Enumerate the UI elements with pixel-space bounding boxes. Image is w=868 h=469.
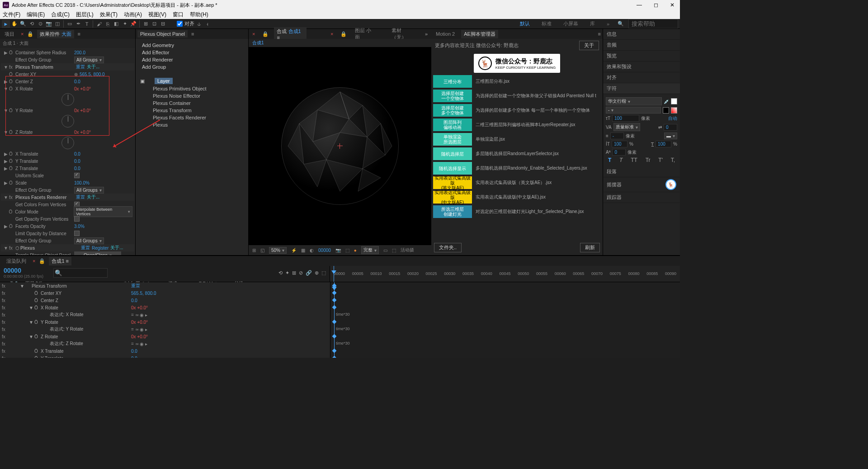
tl-icon-2[interactable]: ✦ <box>285 270 289 276</box>
tl-icon-4[interactable]: ⊘ <box>299 270 303 276</box>
menu-file[interactable]: 文件(F) <box>3 11 20 19</box>
menu-layer[interactable]: 图层(L) <box>76 11 94 19</box>
local-axis-icon[interactable]: ⊞ <box>142 20 150 28</box>
expression-text[interactable]: time*30 <box>336 327 350 331</box>
fx-plexus[interactable]: Plexus <box>20 246 79 251</box>
script-button[interactable]: 实用表达式集高级版(中文版AE) <box>433 191 472 204</box>
close-button[interactable]: ✕ <box>667 1 677 9</box>
selection-tool[interactable]: ► <box>2 20 10 28</box>
timeline-track-row[interactable]: fxÖX Translate0.0 <box>0 347 330 355</box>
checkbox-limit-opacity[interactable] <box>74 231 80 236</box>
add-renderer[interactable]: Add Renderer <box>140 56 244 63</box>
menu-view[interactable]: 视图(V) <box>148 11 166 19</box>
about-link[interactable]: 关于... <box>87 64 99 70</box>
checkbox-get-opacity[interactable] <box>74 216 80 222</box>
view-icon[interactable]: ▭ <box>383 248 387 253</box>
val-x-translate[interactable]: 0.0 <box>74 152 80 156</box>
val-facets-opacity[interactable]: 3.0% <box>74 224 85 229</box>
workspace-small[interactable]: 小屏幕 <box>560 19 582 28</box>
small-caps[interactable]: Tr <box>646 157 651 163</box>
workspace-default[interactable]: 默认 <box>516 19 533 28</box>
menu-comp[interactable]: 合成(C) <box>51 11 70 19</box>
tab-project[interactable]: 项目 <box>2 30 17 38</box>
rotate-tool[interactable]: ⊙ <box>36 20 44 28</box>
dial-z-rotate[interactable] <box>61 137 74 149</box>
keyframe-icon[interactable] <box>332 305 337 310</box>
tree-item[interactable]: Plexus Container <box>137 99 247 107</box>
panel-paragraph[interactable]: 段落 <box>603 166 680 177</box>
val-z-translate[interactable]: 0.0 <box>74 166 80 171</box>
snap-opt1-icon[interactable]: ⫝ <box>195 20 203 28</box>
comp-sub-tab[interactable]: 合成1 <box>252 40 264 46</box>
keyframe-icon[interactable] <box>332 320 337 324</box>
fast-preview-icon[interactable]: ⚡ <box>291 248 297 253</box>
menu-effect[interactable]: 效果(T) <box>100 11 118 19</box>
tree-root[interactable]: ▣Layer <box>137 77 247 85</box>
tl-icon-1[interactable]: ⟲ <box>278 270 283 276</box>
timeline-track-row[interactable]: fxÖCenter XY565.5, 800.0 <box>0 289 330 297</box>
lock-icon[interactable]: 🔒 <box>262 31 269 37</box>
timeline-track-row[interactable]: fx表达式: Y Rotate= ≃ ◉ ▸ <box>0 326 330 333</box>
maximize-button[interactable]: ◻ <box>651 1 661 9</box>
add-effector[interactable]: Add Effector <box>140 49 244 56</box>
about-link2[interactable]: 关于... <box>87 194 99 200</box>
tl-icon-3[interactable]: ⊞ <box>292 270 296 276</box>
button-open-close[interactable]: Open/Close <box>74 251 121 256</box>
snapshot-icon[interactable]: 📷 <box>335 248 341 253</box>
panel-wiggler[interactable]: 摇摆器🦌 <box>603 177 680 192</box>
camera-dropdown[interactable]: 活动摄 <box>401 247 414 253</box>
baseline-input[interactable]: 0 <box>612 149 626 156</box>
tab-effect-controls[interactable]: 效果控件 大面 <box>37 30 74 38</box>
close-icon[interactable]: × <box>33 258 35 264</box>
panel-preview[interactable]: 预览 <box>603 51 680 62</box>
tree-item[interactable]: Plexus <box>137 121 247 128</box>
folder-button[interactable]: 文件夹.. <box>434 243 462 252</box>
keyframe-icon[interactable] <box>332 349 337 353</box>
menu-animation[interactable]: 动画(A) <box>124 11 142 19</box>
kerning-dropdown[interactable]: 质量标准 <box>613 123 640 131</box>
script-button[interactable]: 图层阵列偏移动画 <box>433 118 472 131</box>
lock-icon[interactable]: 🔒 <box>340 31 347 37</box>
close-icon[interactable]: × <box>252 31 255 37</box>
script-button[interactable]: 三维分布 <box>433 75 472 88</box>
text-tool[interactable]: T <box>83 20 91 28</box>
search-help-input[interactable] <box>628 19 678 28</box>
panel-character[interactable]: 字符 <box>603 83 680 94</box>
eyedropper-icon[interactable]: 💉 <box>664 99 669 104</box>
val-container-radius[interactable]: 200.0 <box>74 50 85 55</box>
script-button[interactable]: 选择层创建多个空物体 <box>433 104 472 117</box>
rect-tool[interactable]: ▭ <box>66 20 74 28</box>
tl-icon-7[interactable]: ⬚ <box>321 270 326 276</box>
world-axis-icon[interactable]: ⊡ <box>150 20 158 28</box>
refresh-button[interactable]: 刷新 <box>580 243 600 252</box>
roto-tool[interactable]: ✦ <box>121 20 129 28</box>
hscale-input[interactable]: 100 <box>656 141 671 147</box>
script-button[interactable]: 随机选择层 <box>433 147 472 160</box>
collapse-icon[interactable]: ▣ <box>140 78 145 84</box>
script-button[interactable]: 实用表达式集高级版(英文版AE) <box>433 176 472 189</box>
color-icon[interactable]: ● <box>354 248 357 253</box>
current-timecode[interactable]: 00000 <box>4 267 46 274</box>
pen-tool[interactable]: ✒ <box>74 20 82 28</box>
dial-x-rotate[interactable] <box>61 93 74 106</box>
timeline-search-input[interactable] <box>53 268 108 278</box>
val-x-rotate[interactable]: 0x +0.0° <box>74 86 91 91</box>
font-size-input[interactable]: 100 <box>612 115 639 122</box>
script-button[interactable]: 单独渲染所选图层 <box>433 133 472 146</box>
view-axis-icon[interactable]: ⊟ <box>159 20 167 28</box>
all-caps[interactable]: TT <box>631 157 637 163</box>
dropdown-all-groups2[interactable]: All Groups <box>74 187 104 194</box>
font-style-dropdown[interactable]: - <box>606 107 661 114</box>
tree-item[interactable]: Plexus Primitives Object <box>137 85 247 92</box>
dial-y-rotate[interactable] <box>61 115 74 128</box>
keyframe-icon[interactable] <box>332 334 337 339</box>
menu-edit[interactable]: 编辑(E) <box>27 11 45 19</box>
panel-menu-icon[interactable]: ≡ <box>191 31 194 37</box>
font-dropdown[interactable]: 华文行楷 <box>606 97 662 105</box>
composition-viewer[interactable] <box>249 47 431 245</box>
crosshair-icon[interactable]: ⊕ <box>74 72 78 77</box>
fill-color-swatch[interactable] <box>671 98 677 104</box>
brush-tool[interactable]: 🖌 <box>95 20 103 28</box>
expression-text[interactable]: time*30 <box>336 341 350 346</box>
reset-link3[interactable]: 重置 <box>81 245 90 251</box>
